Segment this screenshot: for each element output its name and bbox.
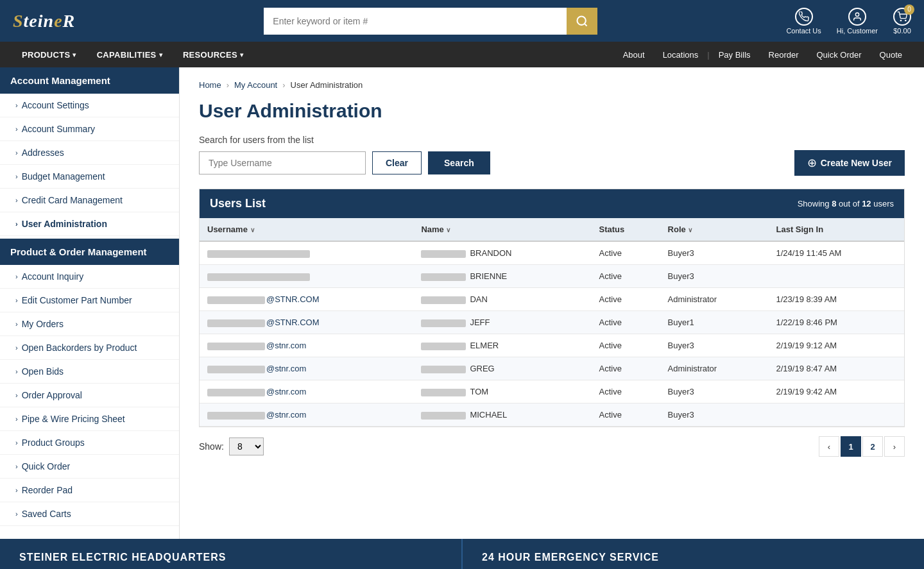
cell-username[interactable] <box>200 241 413 265</box>
nav-item-locations[interactable]: Locations <box>654 45 708 65</box>
name-value: DAN <box>470 294 487 304</box>
search-button[interactable]: Search <box>428 151 490 174</box>
col-last-sign-in: Last Sign In <box>768 218 904 241</box>
chevron-right-icon: › <box>15 273 18 280</box>
nav-item-capabilities[interactable]: CAPABILITIES ▾ <box>88 45 171 65</box>
table-row[interactable]: @stnr.comELMERActiveBuyer32/19/19 9:12 A… <box>200 334 904 357</box>
nav-left: PRODUCTS ▾ CAPABILITIES ▾ RESOURCES ▾ <box>13 45 252 65</box>
sidebar-item-order-approval[interactable]: › Order Approval <box>0 384 179 407</box>
contact-us-icon-item[interactable]: Contact Us <box>786 8 821 35</box>
sidebar-item-edit-customer-part-number[interactable]: › Edit Customer Part Number <box>0 289 179 312</box>
col-username[interactable]: Username ∨ <box>200 218 413 241</box>
username-blurred <box>207 366 265 373</box>
clear-button[interactable]: Clear <box>372 151 422 174</box>
sidebar-item-account-inquiry[interactable]: › Account Inquiry <box>0 265 179 289</box>
breadcrumb-sep2: › <box>282 80 285 90</box>
sidebar-item-product-groups[interactable]: › Product Groups <box>0 431 179 455</box>
table-row[interactable]: @STNR.COMDANActiveAdministrator1/23/19 8… <box>200 288 904 311</box>
nav-item-resources[interactable]: RESOURCES ▾ <box>174 45 252 65</box>
sidebar-item-quick-order[interactable]: › Quick Order <box>0 455 179 479</box>
nav-item-pay-bills[interactable]: Pay Bills <box>710 45 760 65</box>
name-value: TOM <box>470 387 488 396</box>
cell-username[interactable]: @stnr.com <box>200 380 413 403</box>
sidebar-item-pipe-wire-pricing-sheet[interactable]: › Pipe & Wire Pricing Sheet <box>0 407 179 431</box>
table-row[interactable]: @stnr.comGREGActiveAdministrator2/19/19 … <box>200 357 904 380</box>
name-blurred <box>421 250 466 258</box>
account-label: Hi, Customer <box>837 27 878 35</box>
cell-username[interactable]: @stnr.com <box>200 357 413 380</box>
nav-bar: PRODUCTS ▾ CAPABILITIES ▾ RESOURCES ▾ Ab… <box>0 42 924 67</box>
nav-item-reorder[interactable]: Reorder <box>760 45 808 65</box>
show-label: Show: <box>199 441 224 452</box>
sidebar-item-credit-card-management[interactable]: › Credit Card Management <box>0 189 179 212</box>
table-row[interactable]: @stnr.comMICHAELActiveBuyer3 <box>200 403 904 427</box>
cell-role: Buyer3 <box>660 380 769 403</box>
chevron-right-icon: › <box>15 149 18 157</box>
sidebar-item-open-bids[interactable]: › Open Bids <box>0 360 179 384</box>
col-role[interactable]: Role ∨ <box>660 218 769 241</box>
col-name[interactable]: Name ∨ <box>413 218 591 241</box>
name-value: ELMER <box>470 341 499 350</box>
sidebar-item-user-administration[interactable]: › User Administration <box>0 212 179 236</box>
cell-status: Active <box>592 403 660 427</box>
next-page-button[interactable]: › <box>884 436 905 457</box>
show-per-page-select[interactable]: 8 16 24 <box>229 437 264 455</box>
sidebar-item-account-settings[interactable]: › Account Settings <box>0 94 179 117</box>
cell-username[interactable]: @stnr.com <box>200 334 413 357</box>
table-row[interactable]: BRANDONActiveBuyer31/24/19 11:45 AM <box>200 241 904 265</box>
name-blurred <box>421 273 466 281</box>
sidebar-item-budget-management[interactable]: › Budget Management <box>0 165 179 189</box>
chevron-right-icon: › <box>15 173 18 180</box>
cell-status: Active <box>592 334 660 357</box>
breadcrumb-home[interactable]: Home <box>199 80 221 90</box>
search-submit-button[interactable] <box>567 8 597 35</box>
page-1-button[interactable]: 1 <box>841 436 861 457</box>
cell-username[interactable]: @STNR.COM <box>200 311 413 334</box>
cell-last-sign-in: 2/19/19 9:42 AM <box>768 380 904 403</box>
username-blurred <box>207 412 265 420</box>
nav-item-quote[interactable]: Quote <box>871 45 911 65</box>
username-domain: @STNR.COM <box>266 318 320 327</box>
breadcrumb-my-account[interactable]: My Account <box>234 80 277 90</box>
cell-status: Active <box>592 241 660 265</box>
chevron-right-icon: › <box>15 510 18 518</box>
sidebar-item-open-backorders-by-product[interactable]: › Open Backorders by Product <box>0 336 179 360</box>
nav-item-about[interactable]: About <box>614 45 654 65</box>
cell-last-sign-in: 2/19/19 9:12 AM <box>768 334 904 357</box>
table-row[interactable]: @stnr.comTOMActiveBuyer32/19/19 9:42 AM <box>200 380 904 403</box>
showing-count: 8 <box>832 199 836 208</box>
cell-username[interactable]: @STNR.COM <box>200 288 413 311</box>
page-2-button[interactable]: 2 <box>862 436 883 457</box>
account-icon-item[interactable]: Hi, Customer <box>837 8 878 35</box>
users-table-header: Users List Showing 8 out of 12 users <box>200 189 904 218</box>
cell-name: MICHAEL <box>413 403 591 427</box>
sidebar-item-saved-carts[interactable]: › Saved Carts <box>0 502 179 526</box>
chevron-right-icon: › <box>15 296 18 304</box>
sort-icon: ∨ <box>688 226 692 234</box>
prev-page-button[interactable]: ‹ <box>819 436 839 457</box>
sidebar-item-my-orders[interactable]: › My Orders <box>0 312 179 336</box>
chevron-down-icon: ▾ <box>240 51 243 58</box>
top-bar: SteineR Contact Us <box>0 0 924 42</box>
cell-role: Administrator <box>660 288 769 311</box>
nav-item-quick-order[interactable]: Quick Order <box>808 45 871 65</box>
table-row[interactable]: @STNR.COMJEFFActiveBuyer11/22/19 8:46 PM <box>200 311 904 334</box>
cell-name: JEFF <box>413 311 591 334</box>
sidebar-item-account-summary[interactable]: › Account Summary <box>0 117 179 141</box>
cart-icon-item[interactable]: 0 $0.00 <box>893 8 911 35</box>
username-search-input[interactable] <box>199 151 366 174</box>
cell-username[interactable] <box>200 265 413 288</box>
name-blurred <box>421 389 466 396</box>
sidebar-item-addresses[interactable]: › Addresses <box>0 141 179 165</box>
sidebar-section1-title: Account Management <box>0 67 179 94</box>
cell-name: BRANDON <box>413 241 591 265</box>
table-row[interactable]: BRIENNEActiveBuyer3 <box>200 265 904 288</box>
show-select: Show: 8 16 24 <box>199 437 264 455</box>
sidebar-item-reorder-pad[interactable]: › Reorder Pad <box>0 479 179 502</box>
cell-username[interactable]: @stnr.com <box>200 403 413 427</box>
cell-role: Administrator <box>660 357 769 380</box>
search-input[interactable] <box>264 8 567 35</box>
logo[interactable]: SteineR <box>13 11 75 31</box>
nav-item-products[interactable]: PRODUCTS ▾ <box>13 45 85 65</box>
create-new-user-button[interactable]: ⊕ Create New User <box>794 150 905 176</box>
